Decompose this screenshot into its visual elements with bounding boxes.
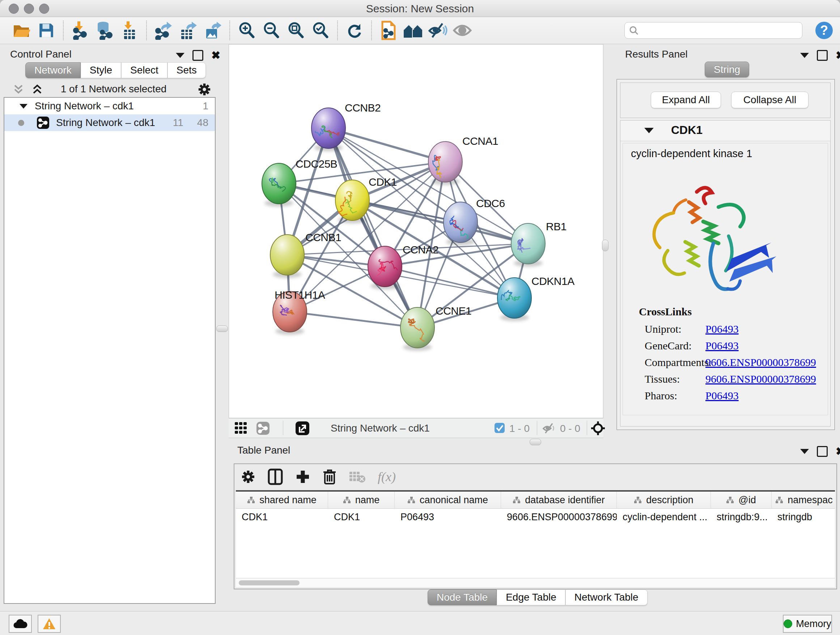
share-view-icon[interactable] (256, 421, 270, 435)
split-panel-icon[interactable] (268, 469, 283, 485)
scrollbar-thumb[interactable] (239, 580, 300, 585)
collapse-all-button[interactable]: Collapse All (731, 92, 808, 108)
gear-icon[interactable] (197, 82, 211, 96)
import-table-button[interactable] (117, 19, 142, 42)
hide-selected-button[interactable] (425, 19, 450, 42)
network-graph[interactable]: CCNB2CCNA1CDC25BCDK1CDC6RB1CCNB1CCNA2CDK… (229, 44, 603, 418)
maximize-panel-icon[interactable] (193, 50, 203, 61)
maximize-panel-icon[interactable] (817, 446, 828, 457)
search-input[interactable] (638, 25, 798, 36)
table-tab-network-table[interactable]: Network Table (565, 589, 647, 605)
network-edge[interactable] (328, 128, 445, 162)
delete-table-icon[interactable] (349, 470, 365, 483)
collapse-section-icon[interactable] (644, 128, 654, 133)
hidden-eye-icon[interactable] (542, 423, 556, 434)
table-tab-node-table[interactable]: Node Table (428, 589, 497, 605)
network-node-ccnb2[interactable] (311, 108, 346, 151)
column-header-namespac[interactable]: namespac (772, 492, 835, 508)
column-header-database-identifier[interactable]: database identifier (501, 492, 617, 508)
crosslink-link[interactable]: P06493 (706, 390, 739, 402)
network-node-cdkn1a[interactable] (497, 278, 531, 321)
grid-view-icon[interactable] (234, 422, 248, 435)
table-cell[interactable]: cyclin-dependent ... (617, 509, 711, 525)
crosslink-link[interactable]: 9606.ENSP00000378699 (706, 356, 816, 369)
crosslink-link[interactable]: P06493 (706, 323, 739, 335)
close-panel-icon[interactable]: ✖ (211, 51, 220, 60)
network-node-ccne1[interactable] (401, 307, 434, 351)
column-header-shared-name[interactable]: shared name (236, 492, 328, 508)
delete-column-icon[interactable] (323, 469, 336, 485)
network-node-rb1[interactable] (511, 223, 545, 267)
close-panel-icon[interactable]: ✖ (836, 447, 840, 456)
show-all-button[interactable] (450, 19, 475, 42)
toolbar-separator (146, 21, 147, 40)
tab-sets[interactable]: Sets (167, 62, 206, 78)
export-view-icon[interactable] (295, 421, 309, 435)
tree-expand-icon[interactable] (19, 104, 27, 109)
network-edge[interactable] (328, 128, 417, 328)
gene-section-header[interactable]: CDK1 (621, 120, 830, 141)
column-header-description[interactable]: description (617, 492, 711, 508)
memory-button[interactable]: Memory (783, 615, 832, 633)
cloud-status-button[interactable] (9, 615, 32, 633)
selected-checkbox-icon[interactable] (494, 423, 505, 433)
network-node-cdc25b[interactable] (262, 163, 296, 207)
home-button[interactable] (401, 19, 425, 42)
network-canvas[interactable]: CCNB2CCNA1CDC25BCDK1CDC6RB1CCNB1CCNA2CDK… (229, 44, 603, 418)
zoom-selected-button[interactable] (308, 19, 333, 42)
gear-icon[interactable] (241, 470, 256, 484)
help-button[interactable]: ? (812, 19, 836, 42)
zoom-fit-button[interactable] (284, 19, 308, 42)
table-cell[interactable]: P06493 (395, 509, 501, 525)
float-panel-icon[interactable] (800, 449, 809, 454)
crosslink-link[interactable]: 9606.ENSP00000378699 (706, 373, 816, 385)
column-header-name[interactable]: name (328, 492, 395, 508)
table-row[interactable]: CDK1CDK1P064939606.ENSP00000378699cyclin… (236, 509, 835, 525)
table-cell[interactable]: 9606.ENSP00000378699 (501, 509, 617, 525)
crosslink-row: GeneCard:P06493 (623, 340, 828, 356)
network-row-selected[interactable]: String Network – cdk1 11 48 (4, 114, 215, 131)
splitter-handle-left[interactable] (216, 325, 228, 332)
function-builder-button[interactable]: f(x) (378, 469, 396, 485)
refresh-button[interactable] (342, 19, 367, 42)
table-cell[interactable]: stringdb (772, 509, 835, 525)
table-tab-edge-table[interactable]: Edge Table (497, 589, 565, 605)
export-network-button[interactable] (151, 19, 176, 42)
column-header-@id[interactable]: @id (711, 492, 772, 508)
import-database-icon (96, 21, 114, 40)
import-network-file-button[interactable] (68, 19, 93, 42)
import-network-icon (72, 21, 89, 40)
birdseye-icon[interactable] (591, 421, 606, 436)
expand-all-button[interactable]: Expand All (651, 92, 721, 108)
tab-select[interactable]: Select (121, 62, 167, 78)
network-collection-row[interactable]: String Network – cdk1 1 (4, 98, 215, 114)
table-cell[interactable]: CDK1 (236, 509, 328, 525)
search-box[interactable] (624, 22, 802, 39)
tab-network[interactable]: Network (25, 62, 81, 78)
network-node-ccna1[interactable] (428, 141, 462, 185)
float-panel-icon[interactable] (176, 53, 185, 58)
share-document-button[interactable] (376, 19, 401, 42)
zoom-out-button[interactable] (259, 19, 284, 42)
open-session-button[interactable] (9, 19, 34, 42)
maximize-panel-icon[interactable] (817, 50, 828, 61)
table-cell[interactable]: stringdb:9... (711, 509, 772, 525)
import-network-database-button[interactable] (93, 19, 117, 42)
table-horizontal-scrollbar[interactable] (236, 578, 835, 587)
network-edge[interactable] (290, 312, 417, 328)
table-cell[interactable]: CDK1 (328, 509, 395, 525)
export-table-button[interactable] (176, 19, 201, 42)
splitter-handle-right[interactable] (602, 240, 608, 251)
export-image-button[interactable] (201, 19, 225, 42)
tab-string[interactable]: String (705, 62, 749, 78)
add-column-icon[interactable] (295, 469, 310, 485)
crosslink-link[interactable]: P06493 (706, 340, 739, 352)
network-node-ccnb1[interactable] (270, 234, 304, 278)
save-session-button[interactable] (34, 19, 58, 42)
zoom-in-button[interactable] (234, 19, 259, 42)
column-header-canonical-name[interactable]: canonical name (395, 492, 501, 508)
warning-status-button[interactable] (38, 615, 61, 633)
tab-style[interactable]: Style (81, 62, 121, 78)
close-panel-icon[interactable]: ✖ (836, 51, 840, 60)
float-panel-icon[interactable] (800, 53, 809, 58)
